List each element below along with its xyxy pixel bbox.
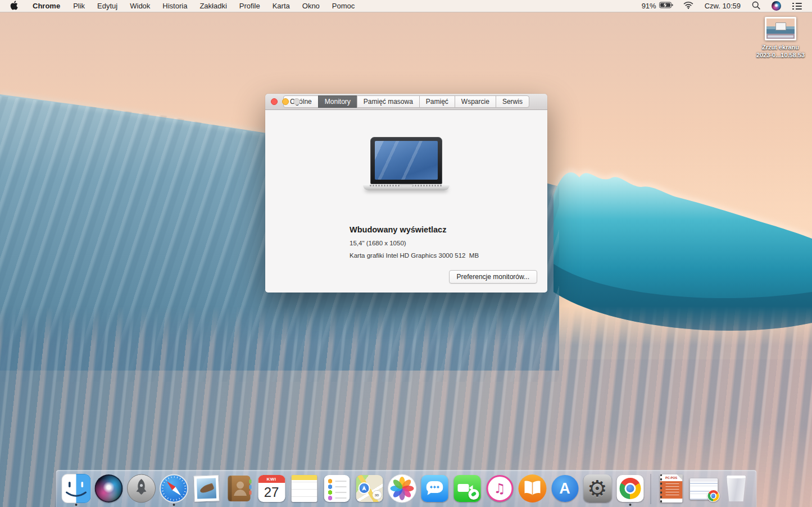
dock-separator	[650, 474, 651, 504]
menubar-clock[interactable]: Czw. 10:59	[700, 2, 745, 10]
spotlight-search-icon	[752, 1, 760, 11]
menu-item-edytuj[interactable]: Edytuj	[91, 0, 124, 12]
finder-icon[interactable]	[61, 474, 90, 506]
facetime-icon[interactable]	[452, 474, 482, 506]
menu-item-profile[interactable]: Profile	[233, 0, 266, 12]
messages-icon[interactable]	[420, 474, 449, 506]
apple-menu[interactable]	[0, 0, 26, 12]
macbook-base	[363, 184, 450, 190]
menu-item-historia[interactable]: Historia	[156, 0, 193, 12]
macbook-screen	[375, 141, 438, 180]
photos-icon[interactable]	[387, 474, 416, 506]
screenshot-filename-line2: 2023-0...10.58.53	[747, 52, 812, 60]
tab-monitory[interactable]: Monitory	[318, 95, 357, 108]
appstore-icon[interactable]: A	[550, 474, 579, 506]
tab-pamiec-masowa[interactable]: Pamięć masowa	[357, 95, 420, 108]
spotlight-menu[interactable]	[747, 0, 765, 12]
running-indicator	[173, 504, 175, 506]
tab-wsparcie[interactable]: Wsparcie	[455, 95, 496, 108]
menu-item-zakladki[interactable]: Zakładki	[193, 0, 233, 12]
close-button[interactable]	[271, 98, 278, 105]
macbook-illustration	[265, 137, 547, 190]
menu-item-karta[interactable]: Karta	[266, 0, 296, 12]
graphics-info: Karta grafiki Intel HD Graphics 3000 512…	[350, 252, 479, 259]
screenshot-filename: Zrzut ekranu 2023-0...10.58.53	[747, 44, 812, 60]
battery-charging-icon	[659, 2, 673, 10]
notes-icon[interactable]	[289, 474, 319, 506]
tab-pamiec[interactable]: Pamięć	[419, 95, 455, 108]
running-indicator	[629, 504, 631, 506]
reminders-icon[interactable]	[322, 474, 351, 506]
calendar-day-label: 27	[258, 483, 285, 502]
wifi-icon	[683, 1, 693, 11]
traffic-lights	[265, 98, 300, 105]
menubar-items: ChromePlikEdytujWidokHistoriaZakładkiPro…	[26, 0, 361, 12]
screenshot-filename-line1: Zrzut ekranu	[747, 44, 812, 52]
menubar: ChromePlikEdytujWidokHistoriaZakładkiPro…	[0, 0, 812, 12]
menu-item-okno[interactable]: Okno	[296, 0, 326, 12]
chrome-window-icon[interactable]	[689, 474, 718, 506]
menu-item-chrome[interactable]: Chrome	[26, 0, 67, 12]
launchpad-icon[interactable]	[126, 474, 156, 506]
battery-percent-label: 91%	[642, 2, 656, 10]
macbook-lid	[370, 137, 442, 184]
siri-icon[interactable]	[94, 474, 123, 506]
notification-center-icon	[792, 3, 802, 10]
display-preferences-button[interactable]: Preferencje monitorów...	[449, 270, 537, 284]
maps-icon[interactable]: 3D	[355, 474, 384, 506]
siri-icon	[772, 1, 781, 11]
maps-3d-label: 3D	[372, 490, 382, 500]
trash-icon[interactable]	[722, 474, 751, 506]
desktop-file-screenshot[interactable]: Zrzut ekranu 2023-0...10.58.53	[747, 17, 812, 60]
appstore-letter: A	[559, 480, 570, 497]
document-title-label: PC-POS	[665, 476, 677, 479]
system-preferences-icon[interactable]: ⚙	[583, 474, 612, 506]
document-pcpos-icon[interactable]: PC-POS	[656, 474, 686, 506]
desktop: ChromePlikEdytujWidokHistoriaZakładkiPro…	[0, 0, 812, 507]
zoom-button-disabled	[293, 98, 300, 105]
battery-status[interactable]: 91%	[638, 0, 677, 12]
wifi-menu[interactable]	[679, 0, 698, 12]
window-titlebar[interactable]: OgólneMonitoryPamięć masowaPamięćWsparci…	[265, 94, 547, 110]
contacts-icon[interactable]	[224, 474, 253, 506]
chrome-icon[interactable]	[615, 474, 645, 506]
calendar-month-label: KWI	[258, 475, 285, 483]
dock: KWI273D♫A⚙PC-POS	[56, 470, 756, 507]
apple-icon	[10, 1, 18, 12]
running-indicator	[75, 504, 77, 506]
siri-menu[interactable]	[767, 0, 786, 12]
display-spec: 15,4" (1680 x 1050)	[350, 240, 479, 246]
itunes-icon[interactable]: ♫	[485, 474, 514, 506]
menu-item-plik[interactable]: Plik	[67, 0, 91, 12]
system-info-window: OgólneMonitoryPamięć masowaPamięćWsparci…	[265, 94, 547, 293]
window-content: Wbudowany wyświetlacz 15,4" (1680 x 1050…	[265, 110, 547, 293]
ibooks-icon[interactable]	[518, 474, 547, 506]
window-tabs: OgólneMonitoryPamięć masowaPamięćWsparci…	[283, 95, 529, 108]
minimize-button[interactable]	[282, 98, 289, 105]
safari-icon[interactable]	[159, 474, 188, 506]
tab-serwis[interactable]: Serwis	[496, 95, 529, 108]
screenshot-thumbnail[interactable]	[765, 17, 796, 40]
menu-item-widok[interactable]: Widok	[124, 0, 156, 12]
mail-icon[interactable]	[192, 474, 221, 506]
display-name: Wbudowany wyświetlacz	[350, 225, 479, 234]
calendar-icon[interactable]: KWI27	[257, 474, 286, 506]
notification-center-menu[interactable]	[788, 0, 806, 12]
menu-item-pomoc[interactable]: Pomoc	[326, 0, 361, 12]
